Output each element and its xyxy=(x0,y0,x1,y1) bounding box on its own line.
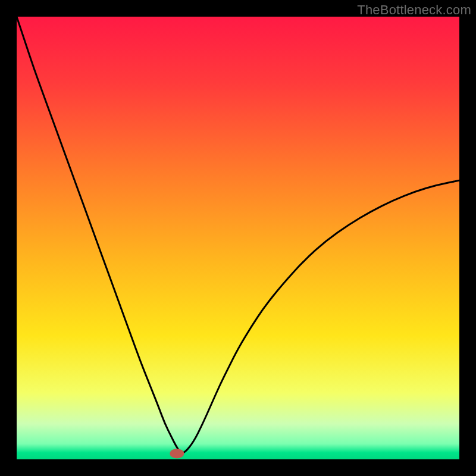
bottleneck-chart xyxy=(17,17,459,459)
gradient-background xyxy=(17,17,459,459)
chart-frame xyxy=(17,17,459,459)
minimum-marker xyxy=(170,449,184,458)
watermark-text: TheBottleneck.com xyxy=(357,2,471,18)
